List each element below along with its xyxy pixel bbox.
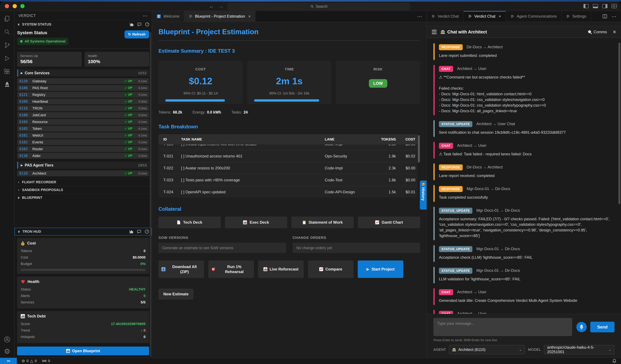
service-row[interactable]: 6104 Resource ✓UP 0.1ms	[17, 119, 149, 125]
chart-icon[interactable]	[129, 229, 134, 234]
exec-deck-button[interactable]: Statement of Work Exec Deck	[225, 217, 287, 228]
tab-welcome[interactable]: Welcome	[152, 11, 184, 22]
problems-indicator[interactable]: ⊘ 0 △ 0	[22, 359, 37, 363]
comms-button[interactable]: Comms	[588, 30, 607, 34]
chat-message[interactable]: CHAT Architect → User Generated task tit…	[433, 288, 613, 305]
voice-input-button[interactable]	[576, 322, 587, 332]
editor-more-actions-icon[interactable]: ⋯	[417, 14, 422, 19]
table-scrollbar-thumb[interactable]	[418, 135, 420, 163]
account-icon[interactable]	[3, 336, 11, 343]
service-row[interactable]: 6130 Aider ✓UP 0.2ms	[17, 153, 149, 159]
message-input[interactable]	[433, 318, 572, 336]
bell-icon[interactable]	[612, 359, 617, 363]
menu-icon[interactable]	[432, 30, 437, 34]
section-sandbox-proposals[interactable]: › SANDBOX PROPOSALS	[15, 186, 152, 194]
agent-select[interactable]: Architect (6110) ⌄	[449, 345, 525, 354]
gantt-chart-button[interactable]: Gantt Chart	[358, 217, 420, 228]
chat-message[interactable]: RESPONSE Mgr-Docs-01 → Dir-Docs Task com…	[433, 185, 613, 202]
open-blueprint-button[interactable]: Open Blueprint	[17, 347, 149, 355]
zoom-window-button[interactable]	[20, 4, 25, 8]
new-estimate-button[interactable]: New Estimate	[158, 289, 193, 300]
chat-message[interactable]: STATUS_UPDATE Mgr-Docs-01 → Dir-Docs Acc…	[433, 245, 613, 262]
tech-deck-button[interactable]: Tech Deck	[158, 217, 221, 228]
run-rehearsal-button[interactable]: Run 1% Rehearsal	[208, 260, 254, 278]
customize-layout-icon[interactable]	[612, 4, 617, 8]
service-row[interactable]: 6121 Registry ✓UP 0.1ms	[17, 92, 149, 98]
settings-gear-icon[interactable]: ⚙	[3, 348, 11, 355]
service-row[interactable]: 6109 Heartbeat ✓UP 0.3ms	[17, 98, 149, 105]
service-row[interactable]: 6100 PAS Root ✓UP 0.1ms	[17, 85, 149, 91]
chat-message[interactable]: CHAT Architect → User ⚠ **Command ran bu…	[433, 65, 613, 115]
service-row[interactable]: 6120 Gateway ✓UP 0.1ms	[17, 78, 149, 84]
ports-indicator[interactable]: 0	[42, 359, 50, 363]
tab-blueprint[interactable]: Blueprint - Project Estimation ×	[184, 11, 256, 22]
close-window-button[interactable]	[5, 4, 9, 8]
chat-message[interactable]: STATUS_UPDATE Mgr-Docs-01 → Dir-Docs Acc…	[433, 207, 613, 240]
search-sidebar-icon[interactable]	[3, 28, 11, 35]
table-row[interactable]: T-024 [ ] OpenAPI spec updated Code-API-…	[158, 186, 420, 197]
forward-button[interactable]: →	[218, 3, 224, 9]
history-tab[interactable]: History	[420, 181, 427, 210]
back-button[interactable]: ←	[209, 3, 214, 9]
tab-agent-communications[interactable]: Agent Communications	[506, 11, 562, 22]
comment-icon[interactable]	[137, 229, 141, 234]
extensions-icon[interactable]	[3, 68, 11, 75]
section-flight-recorder[interactable]: › FLIGHT RECORDER	[15, 178, 152, 186]
gauge-icon[interactable]	[145, 22, 149, 27]
chart-icon[interactable]	[129, 22, 134, 27]
chat-message[interactable]: STATUS_UPDATE Mgr-Docs-01 → Dir-Docs LLM…	[433, 267, 613, 284]
chat-message[interactable]: CHAT Architect → User **Task FAILED**	[433, 310, 613, 314]
tab-verdict-chat-2[interactable]: Verdict Chat ×	[464, 11, 506, 22]
run-debug-icon[interactable]	[3, 55, 11, 62]
sidebar-more-icon[interactable]: ⋯	[143, 13, 148, 18]
minimize-window-button[interactable]	[13, 4, 17, 8]
command-search-box[interactable]: Search	[228, 3, 410, 10]
refresh-button[interactable]: ↻Refresh	[124, 30, 149, 38]
toggle-sidebar-icon[interactable]	[584, 4, 589, 8]
download-all-button[interactable]: Download All (ZIP)	[158, 260, 204, 278]
tab-settings[interactable]: Settings	[562, 11, 591, 22]
chat-message[interactable]: CHAT Architect → User ⚠ Task failed: Tas…	[433, 142, 613, 158]
chat-message[interactable]: STATUS_UPDATE Architect → User Chat Sent…	[433, 120, 613, 137]
service-row[interactable]: 6101 WebUI ✓UP 0.1ms	[17, 132, 149, 138]
tab-verdict-chat-1[interactable]: Verdict Chat	[427, 11, 464, 22]
group-core-services[interactable]: ▶ Core Services 12/12	[17, 69, 149, 77]
source-control-icon[interactable]	[3, 42, 11, 49]
service-row[interactable]: 6116 TRON ✓UP 0.2ms	[17, 105, 149, 111]
statement-of-work-button[interactable]: Statement of Work	[292, 217, 354, 228]
section-blueprint[interactable]: ∨ BLUEPRINT	[15, 194, 152, 201]
gauge-icon[interactable]	[145, 229, 149, 234]
table-row[interactable]: T-020 [ ] Invalid input returns 400 with…	[158, 144, 420, 150]
section-system-status[interactable]: ∨ SYSTEM STATUS	[15, 20, 152, 28]
close-tab-icon[interactable]: ×	[248, 14, 251, 19]
service-row[interactable]: 6105 Token ✓UP 0.1ms	[17, 126, 149, 132]
start-project-button[interactable]: ▶ Start Project	[358, 260, 403, 278]
sow-versions-box[interactable]: Generate an estimate to see SoW versions	[158, 243, 286, 253]
send-button[interactable]: Send	[590, 322, 615, 332]
explorer-icon[interactable]	[3, 15, 11, 22]
service-row[interactable]: 6102 Events ✓UP 0.1ms	[17, 139, 149, 145]
section-tron-hud[interactable]: ∨ TRON HUD	[15, 228, 152, 236]
close-tab-icon[interactable]: ×	[499, 14, 501, 19]
table-row[interactable]: T-023 [ ] Tests pass with >95% coverage …	[158, 174, 420, 186]
toggle-panel-icon[interactable]	[593, 4, 598, 8]
close-chat-icon[interactable]: ×	[613, 29, 616, 35]
service-row[interactable]: 6103 Router ✓UP 0.1ms	[17, 146, 149, 152]
compare-button[interactable]: Compare	[308, 260, 354, 278]
comment-icon[interactable]	[137, 22, 142, 27]
table-row[interactable]: T-022 [ ] Avatar resizes to 200x200 Code…	[158, 162, 420, 174]
service-row[interactable]: 6180 JobCard ✓UP 0.2ms	[17, 112, 149, 118]
service-row[interactable]: 6110 Architect ✓UP 0.1ms	[17, 170, 149, 176]
group-pas-agent-tiers[interactable]: ▶ PAS Agent Tiers 13/13	[17, 162, 149, 169]
remote-indicator[interactable]: ><	[0, 358, 17, 364]
model-select[interactable]: anthropic/claude-haiku-4-5-20251001 ⌄	[544, 345, 615, 354]
chat-message[interactable]: RESPONSE Dir-Docs → Architect Lane repor…	[433, 163, 613, 180]
verdict-extension-icon[interactable]	[3, 81, 11, 89]
chat-scrollbar-thumb[interactable]	[619, 43, 620, 204]
change-orders-box[interactable]: No change orders yet	[293, 243, 420, 253]
toggle-secondary-sidebar-icon[interactable]	[602, 4, 607, 8]
live-reforecast-button[interactable]: Live Reforecast	[258, 260, 304, 278]
split-editor-icon[interactable]	[603, 14, 607, 18]
sidebar-scrollbar[interactable]	[150, 32, 151, 357]
chat-message[interactable]: RESPONSE Dir-Docs → Architect Lane repor…	[433, 43, 613, 60]
